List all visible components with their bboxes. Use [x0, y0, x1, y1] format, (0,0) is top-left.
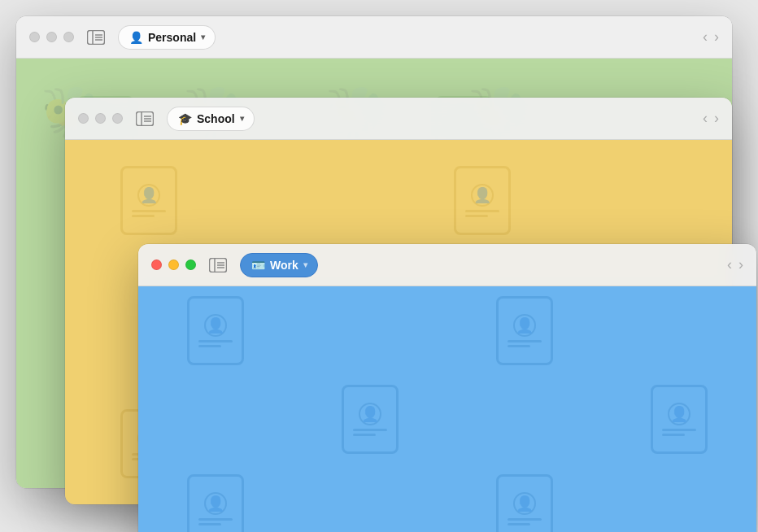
traffic-lights-work: [151, 259, 196, 270]
traffic-lights-school: [78, 113, 123, 124]
work-bg-pattern: 👤 👤 👤 👤 👤 👤: [138, 286, 756, 532]
personal-forward-button[interactable]: ›: [714, 28, 719, 46]
school-forward-button[interactable]: ›: [714, 110, 719, 127]
work-window[interactable]: 🪪 Work ▾ ‹ › 👤 👤 👤 👤 👤 👤: [138, 244, 756, 532]
maximize-button-school[interactable]: [112, 113, 123, 124]
school-account-label: School: [197, 112, 235, 125]
personal-back-button[interactable]: ‹: [703, 28, 708, 46]
school-account-icon: 🎓: [177, 111, 192, 126]
close-button-school[interactable]: [78, 113, 89, 124]
minimize-button-personal[interactable]: [46, 32, 57, 42]
work-titlebar: 🪪 Work ▾ ‹ ›: [138, 244, 756, 286]
work-back-button[interactable]: ‹: [727, 256, 732, 273]
school-back-button[interactable]: ‹: [703, 110, 708, 127]
account-selector-personal[interactable]: 👤 Personal ▾: [118, 25, 216, 50]
close-button-work[interactable]: [151, 259, 162, 270]
work-account-label: Work: [270, 259, 298, 272]
account-selector-work[interactable]: 🪪 Work ▾: [240, 253, 318, 277]
work-nav-arrows: ‹ ›: [727, 256, 743, 273]
school-titlebar: 🎓 School ▾ ‹ ›: [65, 98, 732, 140]
personal-account-label: Personal: [148, 31, 196, 44]
traffic-lights-personal: [29, 32, 74, 42]
school-chevron-icon: ▾: [240, 114, 244, 123]
personal-nav-arrows: ‹ ›: [703, 28, 719, 46]
personal-chevron-icon: ▾: [201, 33, 205, 41]
sidebar-toggle-work[interactable]: [206, 255, 230, 275]
school-nav-arrows: ‹ ›: [703, 110, 719, 127]
close-button-personal[interactable]: [29, 32, 40, 42]
sidebar-toggle-school[interactable]: [133, 109, 157, 129]
work-forward-button[interactable]: ›: [738, 256, 743, 273]
work-account-icon: 🪪: [250, 258, 265, 273]
maximize-button-personal[interactable]: [63, 32, 74, 42]
maximize-button-work[interactable]: [185, 259, 196, 270]
minimize-button-work[interactable]: [168, 259, 179, 270]
account-selector-school[interactable]: 🎓 School ▾: [167, 107, 255, 131]
work-chevron-icon: ▾: [303, 260, 307, 269]
sidebar-toggle-personal[interactable]: [84, 28, 108, 47]
minimize-button-school[interactable]: [95, 113, 106, 124]
personal-account-icon: 👤: [129, 30, 143, 45]
personal-titlebar: 👤 Personal ▾ ‹ ›: [16, 16, 732, 59]
work-content: 👤 👤 👤 👤 👤 👤: [138, 286, 756, 532]
